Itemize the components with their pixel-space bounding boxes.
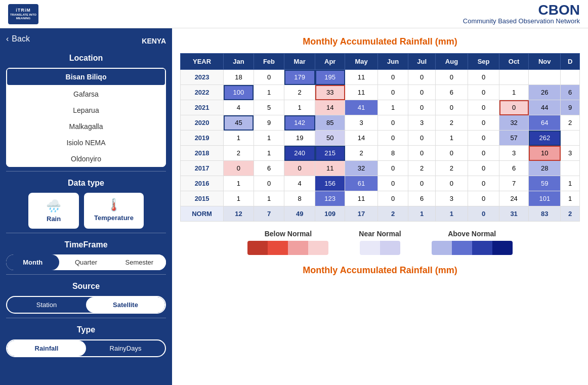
table-cell: 2 (345, 146, 377, 161)
table-cell: 44 (529, 100, 561, 115)
table-header-row: YEAR Jan Feb Mar Apr May Jun Jul Aug Sep… (181, 54, 580, 70)
timeframe-month[interactable]: Month (6, 254, 59, 270)
logo-text: iTRiM TRANSLATE INTO MEANING (8, 8, 38, 20)
table-cell: 12 (224, 206, 254, 222)
table-cell: 0 (254, 70, 284, 85)
country-label: KENYA (142, 37, 166, 45)
type-rainydays[interactable]: RainyDays (86, 340, 165, 356)
table-cell: 0 (408, 70, 435, 85)
table-cell: 11 (315, 161, 345, 176)
legend-near: Near Normal (359, 230, 401, 255)
table-row: 201821240215280003103 (181, 146, 580, 161)
location-title: Location (6, 54, 166, 63)
legend-above: Above Normal (432, 230, 513, 255)
table-cell: 0 (435, 176, 468, 191)
header: iTRiM TRANSLATE INTO MEANING CBON Commun… (0, 0, 588, 28)
source-station[interactable]: Station (7, 297, 86, 313)
table-row: 2020459142853032032642 (181, 115, 580, 131)
col-year: YEAR (181, 54, 224, 70)
data-type-temperature[interactable]: 🌡️ Temperature (84, 193, 144, 229)
table-cell: 0 (377, 191, 408, 206)
table-cell: 0 (468, 146, 499, 161)
table-cell: 8 (377, 146, 408, 161)
table-cell: 3 (561, 146, 580, 161)
data-type-buttons: 🌧️ Rain 🌡️ Temperature (6, 193, 166, 229)
table-cell: 26 (529, 85, 561, 100)
cell-year: 2022 (181, 85, 224, 100)
location-item-bisan[interactable]: Bisan Biliqo (6, 68, 166, 86)
source-satellite[interactable]: Satellite (86, 297, 165, 313)
data-type-rain[interactable]: 🌧️ Rain (28, 193, 79, 229)
table-cell: 83 (529, 206, 561, 222)
type-rainfall[interactable]: Rainfall (7, 340, 86, 356)
rain-icon: 🌧️ (46, 199, 61, 213)
logo-area: iTRiM TRANSLATE INTO MEANING (8, 4, 38, 24)
table-cell: 6 (499, 161, 529, 176)
table-row: 2015118123110630241011 (181, 191, 580, 206)
col-aug: Aug (435, 54, 468, 70)
table-cell: 18 (224, 70, 254, 85)
table-cell: 1 (561, 176, 580, 191)
table-cell: 28 (529, 161, 561, 176)
table-cell: 0 (468, 115, 499, 131)
location-item-leparua[interactable]: Leparua (6, 102, 166, 118)
table-cell: 0 (468, 70, 499, 85)
timeframe-title: TimeFrame (6, 240, 166, 249)
rain-label: Rain (47, 215, 61, 223)
table-cell: 2 (561, 206, 580, 222)
table-cell: 1 (254, 85, 284, 100)
location-item-malkagalla[interactable]: Malkagalla (6, 118, 166, 135)
table-cell: 45 (224, 115, 254, 131)
table-cell: 14 (345, 131, 377, 146)
table-cell: 1 (254, 131, 284, 146)
table-cell: 0 (468, 176, 499, 191)
table-cell: 0 (284, 161, 315, 176)
cell-year: 2020 (181, 115, 224, 131)
table-cell: 0 (435, 100, 468, 115)
table-cell: 6 (435, 85, 468, 100)
table-cell: 4 (224, 100, 254, 115)
table-cell: 9 (254, 115, 284, 131)
back-arrow-icon: ‹ (6, 34, 9, 44)
table-cell: 11 (345, 191, 377, 206)
table-cell: 0 (377, 85, 408, 100)
col-feb: Feb (254, 54, 284, 70)
cell-year: 2018 (181, 146, 224, 161)
content-area: Monthly Accumulated Rainfall (mm) YEAR J… (172, 28, 588, 385)
table-cell: 6 (408, 191, 435, 206)
table-cell: 3 (499, 146, 529, 161)
location-item-oldonyiro[interactable]: Oldonyiro (6, 151, 166, 167)
table-cell: 6 (561, 85, 580, 100)
back-button[interactable]: ‹ Back (6, 34, 30, 44)
legend-below-bar (247, 241, 328, 255)
table-cell: 0 (224, 161, 254, 176)
table-cell: 1 (284, 100, 315, 115)
table-cell: 5 (254, 100, 284, 115)
table-row: 20161041566100007591 (181, 176, 580, 191)
cell-year: 2016 (181, 176, 224, 191)
table-cell: 1 (435, 131, 468, 146)
table-cell: 0 (377, 176, 408, 191)
timeframe-quarter[interactable]: Quarter (59, 254, 112, 270)
location-item-gafarsa[interactable]: Gafarsa (6, 86, 166, 102)
table-cell: 101 (529, 191, 561, 206)
table-cell: 2 (435, 115, 468, 131)
table-row: 201706011320220628 (181, 161, 580, 176)
table-cell: 2 (561, 115, 580, 131)
table-cell: 32 (345, 161, 377, 176)
source-section: Source Station Satellite (6, 282, 166, 314)
table-cell: 49 (284, 206, 315, 222)
location-list: Bisan Biliqo Gafarsa Leparua Malkagalla … (6, 68, 166, 167)
table-cell: 10 (529, 146, 561, 161)
source-title: Source (6, 282, 166, 291)
table-cell: 142 (284, 115, 315, 131)
legend-near-bar (360, 241, 400, 255)
table-cell: 0 (435, 70, 468, 85)
table-cell: 3 (408, 115, 435, 131)
rainfall-table: YEAR Jan Feb Mar Apr May Jun Jul Aug Sep… (180, 53, 580, 222)
timeframe-semester[interactable]: Semester (113, 254, 166, 270)
table-cell: 2 (284, 85, 315, 100)
location-item-isiolo[interactable]: Isiolo NEMA (6, 135, 166, 151)
table-cell: 262 (529, 131, 561, 146)
col-mar: Mar (284, 54, 315, 70)
